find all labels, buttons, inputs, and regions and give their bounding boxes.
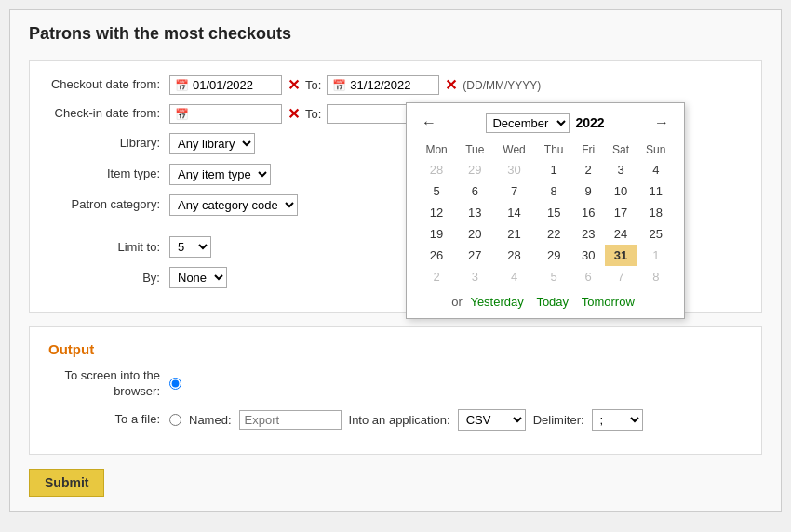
date-format-hint-1: (DD/MM/YYYY) <box>463 79 541 92</box>
cal-cell-5-6[interactable]: 8 <box>637 266 675 287</box>
to-screen-row: To screen into the browser: <box>48 368 743 400</box>
cal-day-thu: Thu <box>536 140 572 159</box>
cal-cell-3-5[interactable]: 24 <box>605 223 637 245</box>
calendar-icon-1: 📅 <box>175 79 189 92</box>
by-label: By: <box>48 271 169 285</box>
delim-label: Delimiter: <box>533 413 584 427</box>
cal-cell-0-0[interactable]: 28 <box>416 159 457 180</box>
cal-cell-0-6[interactable]: 4 <box>637 159 675 180</box>
cal-cell-3-4[interactable]: 23 <box>572 223 605 245</box>
checkout-date-to-relative: 📅 <box>327 75 439 95</box>
cal-cell-0-5[interactable]: 3 <box>605 159 637 180</box>
calendar-icon-3: 📅 <box>175 108 189 121</box>
cal-cell-2-6[interactable]: 18 <box>637 202 675 223</box>
checkout-to-clear-btn[interactable]: ✕ <box>445 78 457 93</box>
cal-cell-2-2[interactable]: 14 <box>492 202 535 223</box>
checkin-from-clear-btn[interactable]: ✕ <box>288 107 300 122</box>
cal-cell-5-2[interactable]: 4 <box>492 266 535 287</box>
cal-cell-4-6[interactable]: 1 <box>637 245 675 266</box>
cal-cell-1-5[interactable]: 10 <box>605 180 637 202</box>
calendar-next-btn[interactable]: → <box>649 113 675 133</box>
cal-cell-4-0[interactable]: 26 <box>416 245 457 266</box>
calendar-icon-2: 📅 <box>332 79 346 92</box>
submit-button[interactable]: Submit <box>29 469 104 497</box>
cal-cell-2-1[interactable]: 13 <box>457 202 492 223</box>
cal-cell-1-3[interactable]: 8 <box>536 180 572 202</box>
cal-cell-2-3[interactable]: 15 <box>536 202 572 223</box>
delim-select[interactable]: ; , | TAB <box>592 409 643 431</box>
cal-cell-1-1[interactable]: 6 <box>457 180 492 202</box>
cal-cell-1-0[interactable]: 5 <box>416 180 457 202</box>
patron-category-label: Patron category: <box>48 197 169 213</box>
calendar-month-year: January February March April May June Ju… <box>486 113 604 133</box>
to-label-2: To: <box>305 107 321 121</box>
by-select[interactable]: None <box>169 267 227 288</box>
calendar-popup: ← January February March April May June … <box>406 102 685 319</box>
cal-cell-1-2[interactable]: 7 <box>492 180 535 202</box>
calendar-week-5: 2345678 <box>416 266 675 287</box>
patron-category-select[interactable]: Any category code <box>169 194 298 216</box>
cal-cell-0-2[interactable]: 30 <box>492 159 535 180</box>
cal-cell-3-0[interactable]: 19 <box>416 223 457 245</box>
cal-cell-5-4[interactable]: 6 <box>572 266 605 287</box>
checkin-date-from-input[interactable] <box>193 107 276 121</box>
cal-day-wed: Wed <box>492 140 535 159</box>
named-label: Named: <box>189 413 232 427</box>
cal-day-sun: Sun <box>637 140 675 159</box>
file-row-controls: Named: Into an application: CSV TAB EXCE… <box>169 409 643 431</box>
cal-cell-5-3[interactable]: 5 <box>536 266 572 287</box>
limit-to-select[interactable]: 5 10 20 50 <box>169 236 211 258</box>
cal-cell-3-6[interactable]: 25 <box>637 223 675 245</box>
calendar-year: 2022 <box>575 115 604 130</box>
checkout-date-label: Checkout date from: <box>48 77 169 93</box>
calendar-month-select[interactable]: January February March April May June Ju… <box>486 113 570 133</box>
item-type-label: Item type: <box>48 166 169 182</box>
into-app-label: Into an application: <box>349 413 450 427</box>
calendar-days-row: Mon Tue Wed Thu Fri Sat Sun <box>416 140 675 159</box>
cal-cell-4-2[interactable]: 28 <box>492 245 535 266</box>
item-type-select[interactable]: Any item type <box>169 164 271 185</box>
cal-cell-0-3[interactable]: 1 <box>536 159 572 180</box>
cal-cell-0-1[interactable]: 29 <box>457 159 492 180</box>
limit-to-label: Limit to: <box>48 240 169 254</box>
cal-cell-4-1[interactable]: 27 <box>457 245 492 266</box>
cal-cell-5-1[interactable]: 3 <box>457 266 492 287</box>
checkin-date-to-input[interactable] <box>332 107 416 121</box>
checkin-date-from-wrapper: 📅 <box>169 104 282 124</box>
checkout-date-from-wrapper: 📅 <box>169 75 282 95</box>
shortcuts-or-text: or <box>451 295 463 309</box>
cal-cell-2-0[interactable]: 12 <box>416 202 457 223</box>
cal-cell-5-5[interactable]: 7 <box>605 266 637 287</box>
cal-cell-0-4[interactable]: 2 <box>572 159 605 180</box>
library-select[interactable]: Any library <box>169 133 255 154</box>
calendar-week-1: 567891011 <box>416 180 675 202</box>
calendar-week-4: 2627282930311 <box>416 245 675 266</box>
csv-select[interactable]: CSV TAB EXCEL <box>458 409 526 431</box>
page-title: Patrons with the most checkouts <box>29 24 762 44</box>
to-file-radio[interactable] <box>169 414 181 426</box>
to-screen-radio[interactable] <box>169 378 181 390</box>
cal-day-sat: Sat <box>605 140 637 159</box>
cal-cell-5-0[interactable]: 2 <box>416 266 457 287</box>
cal-cell-3-2[interactable]: 21 <box>492 223 535 245</box>
cal-cell-3-3[interactable]: 22 <box>536 223 572 245</box>
cal-cell-4-4[interactable]: 30 <box>572 245 605 266</box>
cal-cell-4-3[interactable]: 29 <box>536 245 572 266</box>
checkout-date-from-input[interactable] <box>193 78 276 92</box>
cal-cell-2-4[interactable]: 16 <box>572 202 605 223</box>
today-shortcut[interactable]: Today <box>536 295 569 309</box>
cal-cell-2-5[interactable]: 17 <box>605 202 637 223</box>
yesterday-shortcut[interactable]: Yesterday <box>470 295 523 309</box>
checkout-from-clear-btn[interactable]: ✕ <box>288 78 300 93</box>
cal-cell-1-6[interactable]: 11 <box>637 180 675 202</box>
to-label-1: To: <box>305 78 321 92</box>
cal-cell-4-5[interactable]: 31 <box>605 245 637 266</box>
calendar-prev-btn[interactable]: ← <box>416 113 442 133</box>
cal-cell-3-1[interactable]: 20 <box>457 223 492 245</box>
named-input[interactable] <box>239 410 342 430</box>
output-section-title: Output <box>48 341 743 357</box>
cal-cell-1-4[interactable]: 9 <box>572 180 605 202</box>
calendar-shortcuts: or Yesterday Today Tomorrow <box>416 295 675 309</box>
tomorrow-shortcut[interactable]: Tomorrow <box>582 295 635 309</box>
checkout-date-to-input[interactable] <box>350 78 434 92</box>
